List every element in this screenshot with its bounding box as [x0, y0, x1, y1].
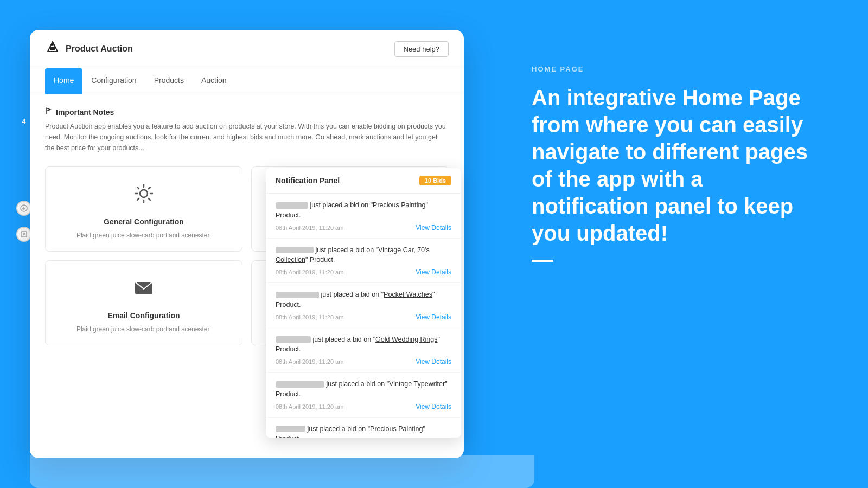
- view-details-link[interactable]: View Details: [416, 268, 451, 276]
- grid-card-email-config[interactable]: Email Configuration Plaid green juice sl…: [45, 260, 242, 345]
- notif-time: 08th April 2019, 11:20 am: [276, 269, 343, 275]
- product-link[interactable]: Gold Wedding Rings: [375, 336, 437, 343]
- envelope-icon: [56, 276, 231, 304]
- nav-home[interactable]: Home: [45, 68, 82, 94]
- general-config-title: General Configuration: [56, 217, 231, 226]
- product-link[interactable]: Pocket Watches: [384, 291, 432, 298]
- blurred-name: [276, 247, 314, 253]
- right-panel-main-text: An integrative Home Page from where you …: [532, 84, 825, 247]
- notif-footer: 08th April 2019, 11:20 am View Details: [276, 358, 451, 365]
- notif-text: just placed a bid on "Precious Painting"…: [276, 424, 451, 438]
- svg-point-8: [140, 190, 148, 197]
- help-button[interactable]: Need help?: [394, 41, 449, 57]
- brand: Product Auction: [45, 40, 133, 58]
- notif-item: just placed a bid on "Precious Painting"…: [266, 418, 461, 438]
- notification-list: just placed a bid on "Precious Painting"…: [266, 194, 461, 438]
- notif-text: just placed a bid on "Vintage Typewriter…: [276, 379, 451, 400]
- blurred-name: [276, 292, 319, 298]
- email-config-desc: Plaid green juice slow-carb portland sce…: [56, 324, 231, 334]
- notif-text: just placed a bid on "Vintage Car, 70's …: [276, 245, 451, 266]
- product-link[interactable]: Precious Painting: [370, 425, 423, 433]
- notif-footer: 08th April 2019, 11:20 am View Details: [276, 268, 451, 276]
- notif-text: just placed a bid on "Gold Wedding Rings…: [276, 335, 451, 355]
- grid-card-general-config[interactable]: General Configuration Plaid green juice …: [45, 166, 242, 252]
- notification-header: Notification Panel 10 Bids: [266, 168, 461, 194]
- view-details-link[interactable]: View Details: [416, 358, 451, 365]
- svg-point-7: [52, 43, 54, 46]
- underline-bar: [532, 260, 553, 262]
- notes-text: Product Auction app enables you a featur…: [45, 121, 449, 153]
- link-icon[interactable]: [16, 227, 31, 242]
- blurred-name: [276, 381, 324, 388]
- gear-icon: [56, 182, 231, 210]
- svg-rect-6: [50, 47, 55, 50]
- notif-text: just placed a bid on "Precious Painting"…: [276, 200, 451, 221]
- notification-badge: 10 Bids: [419, 176, 451, 185]
- nav-auction[interactable]: Auction: [193, 68, 235, 94]
- email-config-title: Email Configuration: [56, 311, 231, 320]
- card-bottom-decoration: [30, 455, 534, 488]
- notif-time: 08th April 2019, 11:20 am: [276, 403, 343, 410]
- general-config-desc: Plaid green juice slow-carb portland sce…: [56, 230, 231, 240]
- view-details-link[interactable]: View Details: [416, 313, 451, 321]
- flag-icon: [45, 107, 53, 117]
- notif-footer: 08th April 2019, 11:20 am View Details: [276, 403, 451, 410]
- notif-item: just placed a bid on "Pocket Watches" Pr…: [266, 283, 461, 328]
- notif-footer: 08th April 2019, 11:20 am View Details: [276, 224, 451, 232]
- notes-title: Important Notes: [45, 107, 449, 117]
- important-notes: Important Notes Product Auction app enab…: [45, 107, 449, 153]
- brand-icon: [45, 40, 60, 58]
- notification-title: Notification Panel: [276, 176, 340, 185]
- notif-time: 08th April 2019, 11:20 am: [276, 358, 343, 365]
- view-details-link[interactable]: View Details: [416, 403, 451, 410]
- right-panel: HOME PAGE An integrative Home Page from …: [499, 0, 868, 488]
- product-link[interactable]: Precious Painting: [373, 201, 425, 209]
- expand-icon[interactable]: [16, 201, 31, 216]
- blurred-name: [276, 426, 305, 432]
- right-panel-subtitle: HOME PAGE: [532, 65, 825, 73]
- notif-text: just placed a bid on "Pocket Watches" Pr…: [276, 290, 451, 310]
- notif-time: 08th April 2019, 11:20 am: [276, 314, 343, 320]
- notification-panel: Notification Panel 10 Bids just placed a…: [266, 168, 461, 438]
- notif-item: just placed a bid on "Vintage Typewriter…: [266, 373, 461, 418]
- sidebar-icons: [16, 201, 31, 242]
- step-badge: 4: [16, 114, 31, 129]
- nav-configuration[interactable]: Configuration: [82, 68, 145, 94]
- product-link[interactable]: Vintage Typewriter: [389, 380, 445, 388]
- card-header: Product Auction Need help?: [30, 30, 464, 68]
- view-details-link[interactable]: View Details: [416, 224, 451, 232]
- blurred-name: [276, 336, 311, 343]
- nav-products[interactable]: Products: [145, 68, 193, 94]
- notif-footer: 08th April 2019, 11:20 am View Details: [276, 313, 451, 321]
- notif-item: just placed a bid on "Precious Painting"…: [266, 194, 461, 239]
- notif-item: just placed a bid on "Gold Wedding Rings…: [266, 328, 461, 373]
- blurred-name: [276, 202, 308, 209]
- notif-item: just placed a bid on "Vintage Car, 70's …: [266, 239, 461, 284]
- card-nav: Home Configuration Products Auction: [30, 68, 464, 94]
- notif-time: 08th April 2019, 11:20 am: [276, 224, 343, 231]
- brand-name: Product Auction: [66, 44, 133, 54]
